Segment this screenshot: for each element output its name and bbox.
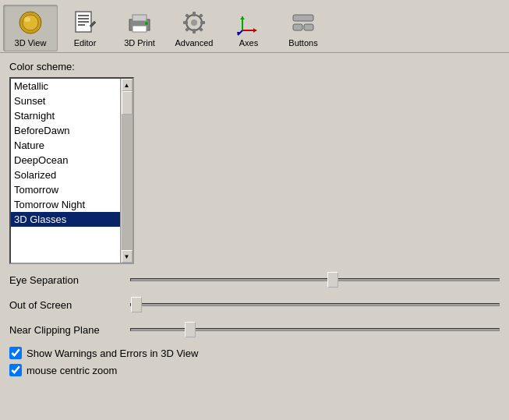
advanced-icon <box>180 9 208 37</box>
svg-point-14 <box>191 19 197 26</box>
color-scheme-label: Color scheme: <box>9 61 500 72</box>
svg-marker-24 <box>253 28 256 33</box>
toolbar-item-axes[interactable]: Axes <box>221 5 276 51</box>
toolbar-label-buttons: Buttons <box>288 38 317 48</box>
toolbar-item-3d-print[interactable]: 3D Print <box>112 5 167 51</box>
eye-separation-track <box>130 272 500 288</box>
svg-rect-30 <box>293 24 302 30</box>
svg-point-1 <box>23 15 38 30</box>
toolbar: 3D View Editor 3D Print <box>0 0 509 53</box>
toolbar-item-3d-view[interactable]: 3D View <box>3 5 58 51</box>
near-clipping-track <box>130 322 500 337</box>
svg-rect-15 <box>193 12 196 16</box>
editor-icon <box>71 9 99 37</box>
main-content: Color scheme: Metallic Sunset Starnight … <box>0 53 509 389</box>
svg-point-2 <box>24 17 30 22</box>
toolbar-item-advanced[interactable]: Advanced <box>167 5 221 51</box>
near-clipping-slider[interactable] <box>130 328 500 331</box>
list-item[interactable]: BeforeDawn <box>11 123 120 138</box>
mouse-centric-zoom-checkbox[interactable] <box>9 364 22 376</box>
out-of-screen-label: Out of Screen <box>9 299 130 311</box>
near-clipping-label: Near Clipping Plane <box>9 324 130 336</box>
scrollbar-thumb[interactable] <box>122 91 133 115</box>
3d-view-icon <box>16 9 44 37</box>
list-item-selected[interactable]: 3D Glasses <box>11 212 120 227</box>
listbox-scrollbar: ▲ ▼ <box>120 79 133 263</box>
svg-marker-26 <box>240 16 245 19</box>
list-item[interactable]: DeepOcean <box>11 153 120 168</box>
eye-separation-slider[interactable] <box>130 278 500 281</box>
show-warnings-row: Show Warnings and Errors in 3D View <box>9 347 500 359</box>
toolbar-label-3d-print: 3D Print <box>124 38 155 48</box>
svg-rect-16 <box>193 29 196 34</box>
toolbar-label-axes: Axes <box>239 38 258 48</box>
listbox-items: Metallic Sunset Starnight BeforeDawn Nat… <box>11 79 120 227</box>
toolbar-label-editor: Editor <box>74 38 97 48</box>
toolbar-item-editor[interactable]: Editor <box>58 5 112 51</box>
list-item[interactable]: Solarized <box>11 168 120 182</box>
3d-print-icon <box>125 9 154 37</box>
toolbar-label-advanced: Advanced <box>175 38 214 48</box>
svg-point-12 <box>145 22 148 25</box>
list-item[interactable]: Sunset <box>11 94 120 108</box>
axes-icon <box>235 9 263 37</box>
svg-rect-18 <box>200 21 205 24</box>
list-item[interactable]: Tomorrow Night <box>11 197 120 212</box>
scrollbar-up-btn[interactable]: ▲ <box>122 79 133 91</box>
color-scheme-listbox[interactable]: Metallic Sunset Starnight BeforeDawn Nat… <box>9 77 134 264</box>
out-of-screen-slider[interactable] <box>130 303 500 306</box>
svg-rect-17 <box>183 21 188 24</box>
scrollbar-down-btn[interactable]: ▼ <box>122 250 133 263</box>
scrollbar-track[interactable] <box>122 91 133 250</box>
near-clipping-row: Near Clipping Plane <box>9 320 500 339</box>
checkboxes-section: Show Warnings and Errors in 3D View mous… <box>9 347 500 376</box>
list-item[interactable]: Metallic <box>11 79 120 94</box>
eye-separation-row: Eye Separation <box>9 270 500 289</box>
show-warnings-checkbox[interactable] <box>9 347 22 359</box>
out-of-screen-row: Out of Screen <box>9 295 500 314</box>
list-item[interactable]: Nature <box>11 138 120 153</box>
eye-separation-label: Eye Separation <box>9 274 130 286</box>
toolbar-item-buttons[interactable]: Buttons <box>276 5 330 51</box>
svg-rect-31 <box>304 24 313 30</box>
buttons-icon <box>289 9 317 37</box>
mouse-centric-zoom-label: mouse centric zoom <box>27 365 117 376</box>
mouse-zoom-row: mouse centric zoom <box>9 364 500 376</box>
show-warnings-label: Show Warnings and Errors in 3D View <box>27 348 198 359</box>
out-of-screen-track <box>130 297 500 312</box>
toolbar-label-3d-view: 3D View <box>15 38 47 48</box>
svg-rect-29 <box>293 15 313 21</box>
list-item[interactable]: Tomorrow <box>11 182 120 197</box>
sliders-section: Eye Separation Out of Screen Near Clippi… <box>9 270 500 339</box>
svg-rect-11 <box>133 26 147 32</box>
svg-rect-10 <box>133 15 147 21</box>
list-item[interactable]: Starnight <box>11 108 120 123</box>
